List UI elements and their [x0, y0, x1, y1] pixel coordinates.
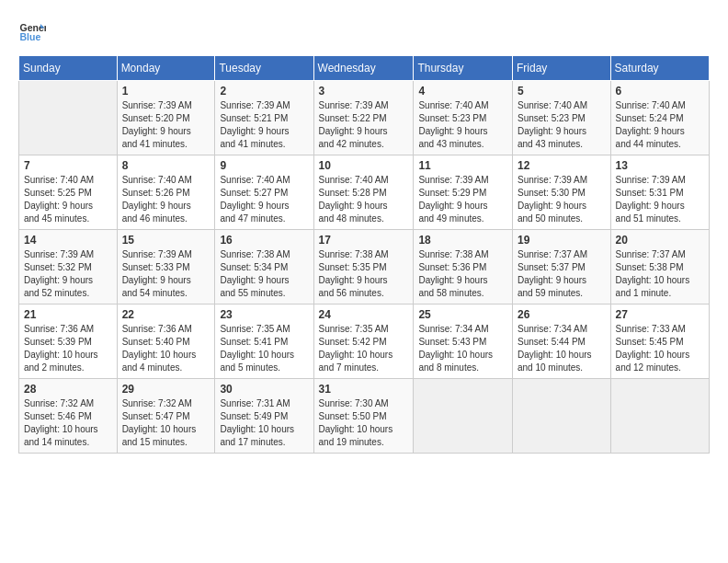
- day-info: Sunrise: 7:38 AM Sunset: 5:36 PM Dayligh…: [418, 248, 507, 300]
- day-info: Sunrise: 7:39 AM Sunset: 5:29 PM Dayligh…: [418, 174, 507, 225]
- calendar-table: SundayMondayTuesdayWednesdayThursdayFrid…: [18, 55, 710, 454]
- day-info: Sunrise: 7:30 AM Sunset: 5:50 PM Dayligh…: [319, 397, 409, 449]
- day-info: Sunrise: 7:35 AM Sunset: 5:42 PM Dayligh…: [319, 323, 409, 374]
- day-number: 31: [319, 383, 409, 396]
- calendar-cell: 10Sunrise: 7:40 AM Sunset: 5:28 PM Dayli…: [313, 155, 414, 230]
- calendar-cell: 15Sunrise: 7:39 AM Sunset: 5:33 PM Dayli…: [117, 230, 215, 304]
- day-number: 5: [518, 85, 606, 98]
- calendar-cell: 4Sunrise: 7:40 AM Sunset: 5:23 PM Daylig…: [414, 81, 513, 155]
- logo-icon: General Blue: [18, 18, 46, 46]
- calendar-cell: 14Sunrise: 7:39 AM Sunset: 5:32 PM Dayli…: [19, 230, 118, 304]
- calendar-cell: 9Sunrise: 7:40 AM Sunset: 5:27 PM Daylig…: [215, 155, 313, 230]
- day-info: Sunrise: 7:34 AM Sunset: 5:44 PM Dayligh…: [518, 323, 606, 374]
- day-info: Sunrise: 7:31 AM Sunset: 5:49 PM Dayligh…: [220, 397, 308, 449]
- calendar-cell: 20Sunrise: 7:37 AM Sunset: 5:38 PM Dayli…: [610, 230, 709, 304]
- day-info: Sunrise: 7:40 AM Sunset: 5:27 PM Dayligh…: [220, 174, 308, 225]
- calendar-cell: 2Sunrise: 7:39 AM Sunset: 5:21 PM Daylig…: [215, 81, 313, 155]
- calendar-cell: 22Sunrise: 7:36 AM Sunset: 5:40 PM Dayli…: [117, 304, 215, 379]
- header-day-saturday: Saturday: [610, 56, 709, 81]
- day-number: 29: [122, 383, 210, 396]
- header-day-friday: Friday: [512, 56, 610, 81]
- calendar-cell: 27Sunrise: 7:33 AM Sunset: 5:45 PM Dayli…: [610, 304, 709, 379]
- day-number: 23: [220, 308, 308, 321]
- calendar-cell: 7Sunrise: 7:40 AM Sunset: 5:25 PM Daylig…: [19, 155, 118, 230]
- day-info: Sunrise: 7:39 AM Sunset: 5:22 PM Dayligh…: [319, 99, 409, 151]
- header-day-tuesday: Tuesday: [215, 56, 313, 81]
- day-number: 8: [122, 159, 210, 172]
- day-info: Sunrise: 7:39 AM Sunset: 5:30 PM Dayligh…: [518, 174, 606, 225]
- page-header: General Blue: [18, 18, 710, 46]
- day-info: Sunrise: 7:37 AM Sunset: 5:38 PM Dayligh…: [616, 248, 704, 300]
- calendar-cell: 18Sunrise: 7:38 AM Sunset: 5:36 PM Dayli…: [414, 230, 513, 304]
- day-number: 22: [122, 308, 210, 321]
- day-number: 7: [24, 159, 112, 172]
- day-info: Sunrise: 7:36 AM Sunset: 5:40 PM Dayligh…: [122, 323, 210, 374]
- calendar-cell: 16Sunrise: 7:38 AM Sunset: 5:34 PM Dayli…: [215, 230, 313, 304]
- day-number: 19: [518, 234, 606, 247]
- day-number: 11: [418, 159, 507, 172]
- calendar-cell: 13Sunrise: 7:39 AM Sunset: 5:31 PM Dayli…: [610, 155, 709, 230]
- day-info: Sunrise: 7:39 AM Sunset: 5:20 PM Dayligh…: [122, 99, 210, 151]
- day-number: 30: [220, 383, 308, 396]
- day-number: 3: [319, 85, 409, 98]
- calendar-cell: [512, 379, 610, 454]
- day-info: Sunrise: 7:36 AM Sunset: 5:39 PM Dayligh…: [24, 323, 112, 374]
- day-number: 26: [518, 308, 606, 321]
- svg-text:Blue: Blue: [20, 31, 41, 42]
- calendar-cell: 28Sunrise: 7:32 AM Sunset: 5:46 PM Dayli…: [19, 379, 118, 454]
- calendar-cell: 1Sunrise: 7:39 AM Sunset: 5:20 PM Daylig…: [117, 81, 215, 155]
- day-info: Sunrise: 7:37 AM Sunset: 5:37 PM Dayligh…: [518, 248, 606, 300]
- calendar-cell: [19, 81, 118, 155]
- day-number: 2: [220, 85, 308, 98]
- calendar-cell: 3Sunrise: 7:39 AM Sunset: 5:22 PM Daylig…: [313, 81, 414, 155]
- calendar-cell: [414, 379, 513, 454]
- calendar-cell: 8Sunrise: 7:40 AM Sunset: 5:26 PM Daylig…: [117, 155, 215, 230]
- day-number: 14: [24, 234, 112, 247]
- day-number: 1: [122, 85, 210, 98]
- day-info: Sunrise: 7:34 AM Sunset: 5:43 PM Dayligh…: [418, 323, 507, 374]
- calendar-cell: 6Sunrise: 7:40 AM Sunset: 5:24 PM Daylig…: [610, 81, 709, 155]
- calendar-cell: 25Sunrise: 7:34 AM Sunset: 5:43 PM Dayli…: [414, 304, 513, 379]
- day-number: 20: [616, 234, 704, 247]
- calendar-cell: 19Sunrise: 7:37 AM Sunset: 5:37 PM Dayli…: [512, 230, 610, 304]
- day-info: Sunrise: 7:32 AM Sunset: 5:46 PM Dayligh…: [24, 397, 112, 449]
- calendar-cell: 29Sunrise: 7:32 AM Sunset: 5:47 PM Dayli…: [117, 379, 215, 454]
- calendar-cell: 24Sunrise: 7:35 AM Sunset: 5:42 PM Dayli…: [313, 304, 414, 379]
- calendar-cell: 31Sunrise: 7:30 AM Sunset: 5:50 PM Dayli…: [313, 379, 414, 454]
- calendar-week-1: 1Sunrise: 7:39 AM Sunset: 5:20 PM Daylig…: [19, 81, 710, 155]
- day-number: 15: [122, 234, 210, 247]
- calendar-cell: 12Sunrise: 7:39 AM Sunset: 5:30 PM Dayli…: [512, 155, 610, 230]
- day-info: Sunrise: 7:40 AM Sunset: 5:28 PM Dayligh…: [319, 174, 409, 225]
- day-info: Sunrise: 7:38 AM Sunset: 5:34 PM Dayligh…: [220, 248, 308, 300]
- day-info: Sunrise: 7:39 AM Sunset: 5:31 PM Dayligh…: [616, 174, 704, 225]
- day-number: 4: [418, 85, 507, 98]
- day-info: Sunrise: 7:39 AM Sunset: 5:32 PM Dayligh…: [24, 248, 112, 300]
- day-info: Sunrise: 7:38 AM Sunset: 5:35 PM Dayligh…: [319, 248, 409, 300]
- day-info: Sunrise: 7:40 AM Sunset: 5:23 PM Dayligh…: [418, 99, 507, 151]
- day-info: Sunrise: 7:40 AM Sunset: 5:25 PM Dayligh…: [24, 174, 112, 225]
- calendar-cell: 26Sunrise: 7:34 AM Sunset: 5:44 PM Dayli…: [512, 304, 610, 379]
- calendar-cell: 11Sunrise: 7:39 AM Sunset: 5:29 PM Dayli…: [414, 155, 513, 230]
- day-number: 16: [220, 234, 308, 247]
- day-number: 21: [24, 308, 112, 321]
- day-info: Sunrise: 7:39 AM Sunset: 5:21 PM Dayligh…: [220, 99, 308, 151]
- calendar-cell: 5Sunrise: 7:40 AM Sunset: 5:23 PM Daylig…: [512, 81, 610, 155]
- day-info: Sunrise: 7:40 AM Sunset: 5:23 PM Dayligh…: [518, 99, 606, 151]
- day-info: Sunrise: 7:33 AM Sunset: 5:45 PM Dayligh…: [616, 323, 704, 374]
- calendar-cell: 30Sunrise: 7:31 AM Sunset: 5:49 PM Dayli…: [215, 379, 313, 454]
- day-number: 25: [418, 308, 507, 321]
- day-info: Sunrise: 7:40 AM Sunset: 5:24 PM Dayligh…: [616, 99, 704, 151]
- day-number: 6: [616, 85, 704, 98]
- day-number: 13: [616, 159, 704, 172]
- day-info: Sunrise: 7:39 AM Sunset: 5:33 PM Dayligh…: [122, 248, 210, 300]
- day-number: 24: [319, 308, 409, 321]
- calendar-week-2: 7Sunrise: 7:40 AM Sunset: 5:25 PM Daylig…: [19, 155, 710, 230]
- calendar-cell: 21Sunrise: 7:36 AM Sunset: 5:39 PM Dayli…: [19, 304, 118, 379]
- logo: General Blue: [18, 18, 50, 46]
- header-row: SundayMondayTuesdayWednesdayThursdayFrid…: [19, 56, 710, 81]
- day-number: 9: [220, 159, 308, 172]
- calendar-header: SundayMondayTuesdayWednesdayThursdayFrid…: [19, 56, 710, 81]
- day-info: Sunrise: 7:35 AM Sunset: 5:41 PM Dayligh…: [220, 323, 308, 374]
- day-number: 27: [616, 308, 704, 321]
- header-day-thursday: Thursday: [414, 56, 513, 81]
